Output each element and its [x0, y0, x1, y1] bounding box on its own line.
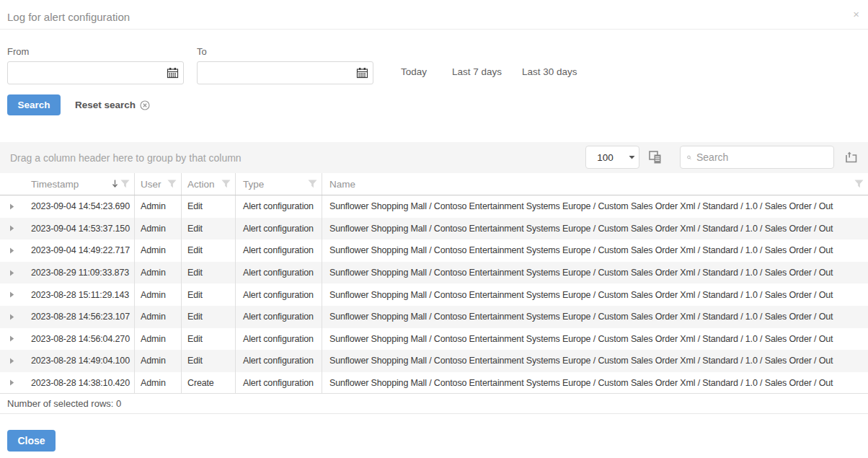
table-row[interactable]: 2023-09-04 14:49:22.717AdminEditAlert co…	[0, 239, 868, 262]
cell-timestamp: 2023-09-04 14:49:22.717	[24, 239, 135, 262]
cell-user: Admin	[135, 239, 182, 262]
column-header-type[interactable]: Type	[236, 173, 322, 195]
cell-action: Create	[182, 372, 236, 394]
dialog-close-icon[interactable]: ×	[853, 9, 859, 20]
group-panel-hint: Drag a column header here to group by th…	[10, 152, 242, 164]
column-header-action[interactable]: Action	[182, 173, 236, 195]
filter-icon[interactable]	[854, 180, 864, 188]
cell-name: Sunflower Shopping Mall / Contoso Entert…	[322, 218, 868, 240]
cell-type: Alert configuration	[236, 283, 322, 306]
cell-user: Admin	[135, 328, 182, 351]
cell-action: Edit	[182, 328, 236, 351]
page-size-value: 100	[586, 152, 624, 163]
cell-timestamp: 2023-08-28 14:49:04.100	[24, 350, 135, 372]
table-row[interactable]: 2023-09-04 14:54:23.690AdminEditAlert co…	[0, 195, 868, 218]
cell-type: Alert configuration	[236, 239, 322, 262]
cell-action: Edit	[182, 239, 236, 262]
to-date-input[interactable]	[198, 62, 351, 84]
chevron-right-icon	[9, 225, 14, 232]
header-expand-column	[0, 173, 24, 195]
cell-user: Admin	[135, 195, 182, 218]
selected-rows-count: Number of selected rows: 0	[7, 398, 121, 409]
copy-grid-button[interactable]	[645, 147, 665, 167]
grid-body: 2023-09-04 14:54:23.690AdminEditAlert co…	[0, 195, 868, 394]
page-size-select[interactable]: 100	[585, 146, 639, 169]
row-expand-arrow[interactable]	[0, 283, 24, 306]
filter-icon[interactable]	[120, 180, 130, 188]
cell-action: Edit	[182, 306, 236, 328]
footer-divider	[0, 413, 868, 414]
table-row[interactable]: 2023-08-28 14:38:10.420AdminCreateAlert …	[0, 372, 868, 395]
reset-search-button[interactable]: Reset search	[75, 100, 150, 110]
export-icon	[844, 151, 858, 164]
row-expand-arrow[interactable]	[0, 328, 24, 351]
row-expand-arrow[interactable]	[0, 372, 24, 394]
cell-type: Alert configuration	[236, 328, 322, 351]
row-expand-arrow[interactable]	[0, 239, 24, 262]
cell-type: Alert configuration	[236, 350, 322, 372]
filter-icon[interactable]	[308, 180, 317, 188]
log-dialog: Log for alert configuration × From To To…	[0, 0, 868, 458]
cell-name: Sunflower Shopping Mall / Contoso Entert…	[322, 306, 868, 328]
cell-name: Sunflower Shopping Mall / Contoso Entert…	[322, 195, 868, 218]
from-label: From	[7, 46, 29, 57]
chevron-down-icon	[624, 155, 639, 159]
reset-clear-icon	[140, 100, 150, 110]
dialog-title: Log for alert configuration	[7, 11, 130, 23]
table-row[interactable]: 2023-08-28 14:56:23.107AdminEditAlert co…	[0, 306, 868, 328]
close-button[interactable]: Close	[7, 430, 56, 452]
column-header-user[interactable]: User	[135, 173, 182, 195]
quick-range-last-30-days[interactable]: Last 30 days	[522, 66, 577, 77]
cell-timestamp: 2023-08-28 14:38:10.420	[24, 372, 135, 394]
to-label: To	[197, 46, 207, 57]
quick-range-last-7-days[interactable]: Last 7 days	[452, 66, 502, 77]
filter-icon[interactable]	[167, 180, 177, 188]
column-header-name[interactable]: Name	[322, 173, 868, 195]
grid-header-row: Timestamp User Action Type Name	[0, 173, 868, 195]
grid-search-input[interactable]	[696, 151, 827, 163]
sort-desc-icon	[112, 180, 118, 188]
calendar-icon[interactable]	[161, 62, 183, 84]
table-row[interactable]: 2023-08-29 11:09:33.873AdminEditAlert co…	[0, 262, 868, 284]
column-header-timestamp[interactable]: Timestamp	[24, 173, 135, 195]
row-expand-arrow[interactable]	[0, 350, 24, 372]
search-button[interactable]: Search	[7, 94, 61, 115]
calendar-icon[interactable]	[351, 62, 373, 84]
table-row[interactable]: 2023-09-04 14:53:37.150AdminEditAlert co…	[0, 218, 868, 240]
to-date-field[interactable]	[197, 61, 373, 84]
export-button[interactable]	[841, 147, 861, 167]
cell-name: Sunflower Shopping Mall / Contoso Entert…	[322, 239, 868, 262]
chevron-right-icon	[9, 358, 14, 364]
cell-user: Admin	[135, 283, 182, 306]
filter-icon[interactable]	[221, 180, 231, 188]
row-expand-arrow[interactable]	[0, 306, 24, 328]
chevron-right-icon	[9, 335, 14, 342]
table-row[interactable]: 2023-08-28 15:11:29.143AdminEditAlert co…	[0, 283, 868, 306]
cell-type: Alert configuration	[236, 195, 322, 218]
grid-search-field[interactable]	[680, 146, 834, 169]
cell-timestamp: 2023-09-04 14:53:37.150	[24, 218, 135, 240]
group-panel[interactable]: Drag a column header here to group by th…	[0, 142, 868, 173]
quick-range-today[interactable]: Today	[401, 66, 427, 77]
cell-timestamp: 2023-08-28 15:11:29.143	[24, 283, 135, 306]
table-row[interactable]: 2023-08-28 14:49:04.100AdminEditAlert co…	[0, 350, 868, 372]
cell-action: Edit	[182, 218, 236, 240]
cell-type: Alert configuration	[236, 306, 322, 328]
cell-user: Admin	[135, 350, 182, 372]
cell-name: Sunflower Shopping Mall / Contoso Entert…	[322, 283, 868, 306]
table-row[interactable]: 2023-08-28 14:56:04.270AdminEditAlert co…	[0, 328, 868, 351]
chevron-right-icon	[9, 291, 14, 298]
row-expand-arrow[interactable]	[0, 195, 24, 218]
cell-user: Admin	[135, 372, 182, 394]
cell-action: Edit	[182, 350, 236, 372]
cell-user: Admin	[135, 262, 182, 284]
dialog-titlebar: Log for alert configuration ×	[0, 0, 868, 30]
cell-name: Sunflower Shopping Mall / Contoso Entert…	[322, 372, 868, 394]
row-expand-arrow[interactable]	[0, 218, 24, 240]
row-expand-arrow[interactable]	[0, 262, 24, 284]
from-date-input[interactable]	[8, 62, 161, 84]
reset-search-label: Reset search	[75, 100, 136, 110]
from-date-field[interactable]	[7, 61, 184, 84]
cell-action: Edit	[182, 262, 236, 284]
chevron-right-icon	[9, 314, 14, 320]
